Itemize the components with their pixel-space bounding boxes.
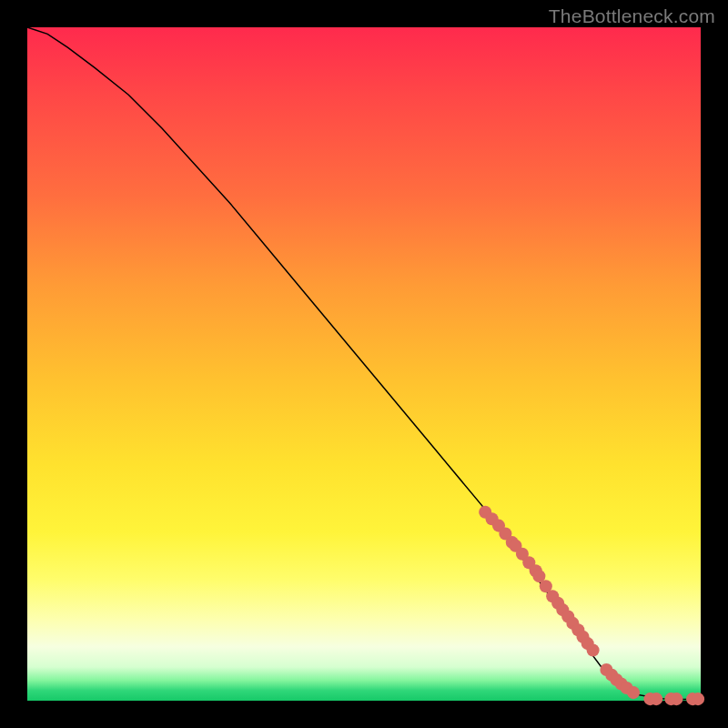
watermark-text: TheBottleneck.com <box>549 5 715 27</box>
data-point <box>627 686 640 699</box>
data-point <box>587 643 600 656</box>
chart-svg <box>27 27 701 701</box>
plot-area <box>27 27 701 701</box>
data-point <box>650 693 662 705</box>
chart-curve <box>27 27 701 700</box>
chart-dots <box>479 506 704 705</box>
data-point <box>692 693 704 705</box>
data-point <box>670 693 682 705</box>
outer-frame: TheBottleneck.com <box>0 0 728 728</box>
